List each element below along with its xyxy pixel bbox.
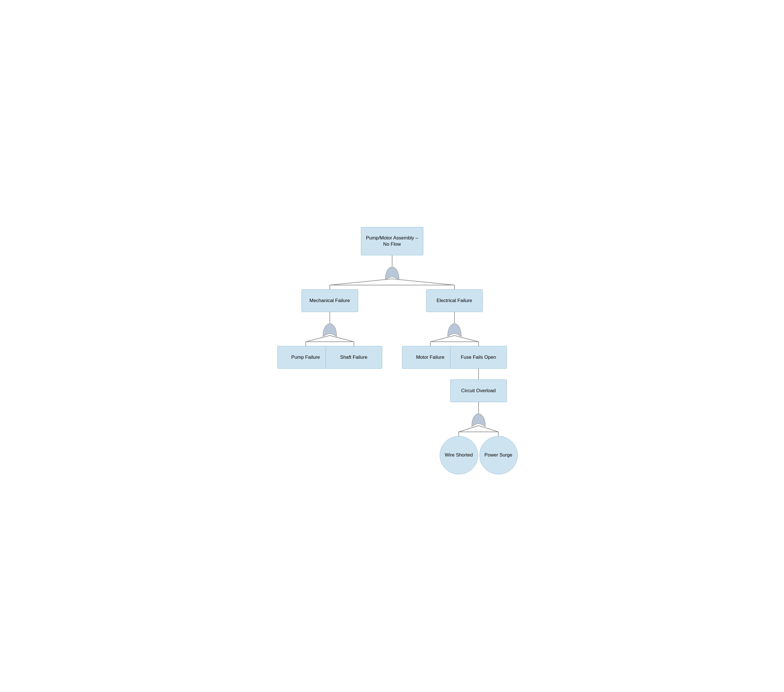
wire-shorted-node: Wire Shorted [440, 436, 478, 475]
electrical-failure-node: Electrical Failure [426, 289, 483, 312]
circuit-overload-node: Circuit Overload [450, 379, 507, 402]
svg-line-1 [330, 279, 392, 285]
mechanical-failure-node: Mechanical Failure [301, 289, 358, 312]
shaft-failure-node: Shaft Failure [326, 346, 382, 369]
gate-3 [445, 323, 464, 337]
fault-tree-diagram: Pump/Motor Assembly – No Flow Mechanical… [265, 224, 520, 468]
svg-line-2 [392, 279, 455, 285]
fuse-fails-open-node: Fuse Fails Open [450, 346, 507, 369]
gate-2 [321, 323, 339, 337]
gate-1 [383, 266, 401, 280]
root-node: Pump/Motor Assembly – No Flow [361, 227, 423, 255]
power-surge-node: Power Surge [479, 436, 518, 475]
gate-4 [469, 413, 488, 427]
